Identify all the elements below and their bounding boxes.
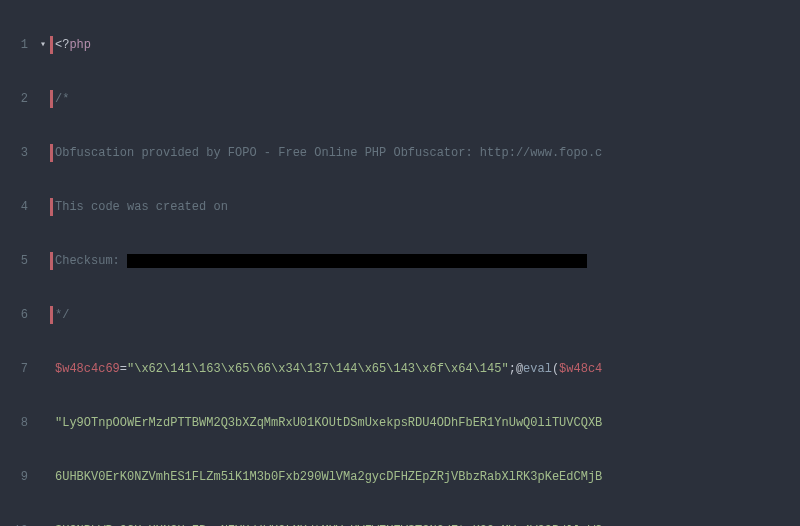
code-area[interactable]: <?php /* Obfuscation provided by FOPO - … <box>53 0 610 526</box>
fold-toggle-icon[interactable]: ▾ <box>36 36 50 54</box>
code-line: 6UHBKV0ErK0NZVmhES1FLZm5iK1M3b0Fxb290WlV… <box>55 468 610 486</box>
fold-column: ▾ <box>36 0 50 526</box>
code-line: /* <box>55 90 610 108</box>
code-line: This code was created on <box>55 198 610 216</box>
code-editor[interactable]: 1 2 3 4 5 6 7 8 9 10 11 12 13 14 15 16 1… <box>0 0 800 526</box>
code-line: <?php <box>55 36 610 54</box>
code-line: $w48c4c69="\x62\141\163\x65\66\x34\137\1… <box>55 360 610 378</box>
code-line: "Ly9OTnpOOWErMzdPTTBWM2Q3bXZqMmRxU01KOUt… <box>55 414 610 432</box>
line-number-gutter: 1 2 3 4 5 6 7 8 9 10 11 12 13 14 15 16 1… <box>0 0 36 526</box>
code-line: SU3NRbWRyOGUxUXN3UmFBemNFYUdjWU9LMXdtMXV… <box>55 522 610 526</box>
code-line: */ <box>55 306 610 324</box>
redacted-checksum <box>127 254 587 268</box>
code-line: Checksum: <box>55 252 610 270</box>
code-line: Obfuscation provided by FOPO - Free Onli… <box>55 144 610 162</box>
